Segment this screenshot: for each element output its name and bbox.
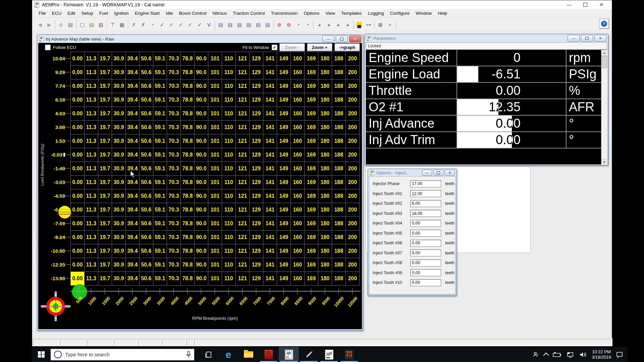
map-cell[interactable]: 180: [318, 244, 332, 258]
map-cell[interactable]: 129: [250, 258, 263, 272]
map-cell[interactable]: 169: [305, 162, 318, 176]
meter-1-icon[interactable]: ◕: [315, 20, 324, 29]
map-cell[interactable]: 0.00: [71, 121, 85, 134]
map-cell[interactable]: 149: [277, 258, 291, 272]
map-cell[interactable]: 180: [318, 134, 332, 148]
map-cell[interactable]: 19.7: [98, 134, 112, 148]
map-cell[interactable]: 141: [263, 258, 277, 272]
map-cell[interactable]: 121: [236, 134, 250, 148]
map-cell[interactable]: 101: [208, 93, 222, 107]
map-cell[interactable]: 169: [305, 217, 318, 231]
map-cell[interactable]: 90.0: [195, 79, 208, 93]
map-cell[interactable]: 70.3: [167, 121, 181, 134]
map-cell[interactable]: 11.3: [85, 203, 98, 217]
map-cell[interactable]: 70.3: [167, 189, 181, 203]
map-cell[interactable]: 78.8: [181, 176, 195, 189]
map-cell[interactable]: 19.7: [98, 121, 112, 134]
map-cell[interactable]: 149: [277, 176, 291, 189]
map-cell[interactable]: 11.3: [85, 176, 98, 189]
map-cell[interactable]: 110: [222, 189, 236, 203]
map-cell[interactable]: 121: [236, 66, 250, 79]
menu-logging[interactable]: Logging: [365, 10, 387, 16]
map-cell[interactable]: 78.8: [181, 134, 195, 148]
minimize-icon[interactable]: —: [566, 2, 573, 8]
map-cell[interactable]: 11.3: [85, 148, 98, 162]
map-cell[interactable]: 11.3: [85, 93, 98, 107]
map-cell[interactable]: 78.8: [181, 258, 195, 272]
map-cell[interactable]: 0.00: [71, 107, 85, 121]
map-cell[interactable]: 110: [222, 244, 236, 258]
map-cell[interactable]: 169: [305, 258, 318, 272]
key-icon[interactable]: ⊶: [364, 20, 373, 29]
map-cell[interactable]: 141: [263, 107, 277, 121]
map-cell[interactable]: 180: [318, 189, 332, 203]
map-cell[interactable]: 169: [305, 203, 318, 217]
map-cell[interactable]: 19.7: [98, 203, 112, 217]
map-cell[interactable]: 59.1: [153, 244, 167, 258]
map-cell[interactable]: 50.6: [140, 217, 153, 231]
map-cell[interactable]: 110: [222, 217, 236, 231]
map-cell[interactable]: 160: [291, 162, 305, 176]
map-cell[interactable]: 110: [222, 272, 236, 286]
map-cell[interactable]: 70.3: [167, 203, 181, 217]
parameters-minimize-icon[interactable]: —: [568, 35, 580, 42]
map-cell[interactable]: 141: [263, 217, 277, 231]
map-cell[interactable]: 0.00: [71, 148, 85, 162]
map-cell[interactable]: 160: [291, 66, 305, 79]
map-cell[interactable]: 121: [236, 272, 250, 286]
pencil-app-button[interactable]: [299, 347, 319, 362]
map-cell[interactable]: 200: [346, 93, 360, 107]
menu-view[interactable]: View: [322, 10, 338, 16]
map-cell[interactable]: 50.6: [140, 203, 153, 217]
map-cell[interactable]: 78.8: [181, 217, 195, 231]
wizard-3-icon[interactable]: ✓: [176, 20, 185, 29]
wizard-5-icon[interactable]: ✓: [195, 20, 204, 29]
map-cell[interactable]: 0.00: [71, 203, 85, 217]
map-cell[interactable]: 59.1: [153, 189, 167, 203]
map-cell[interactable]: 129: [250, 189, 263, 203]
car-icon[interactable]: ▄: [355, 20, 364, 29]
map-cell[interactable]: 141: [263, 203, 277, 217]
map-cell[interactable]: 101: [208, 107, 222, 121]
map-cell[interactable]: 110: [222, 52, 236, 66]
map-cell[interactable]: 188: [332, 93, 346, 107]
map-cell[interactable]: 110: [222, 93, 236, 107]
map-cell[interactable]: 141: [263, 272, 277, 286]
map-cell[interactable]: 129: [250, 217, 263, 231]
map-cell[interactable]: 101: [208, 121, 222, 134]
menu-templates[interactable]: Templates: [338, 10, 365, 16]
back-icon[interactable]: ◀: [36, 20, 44, 29]
map-restore-icon[interactable]: [336, 36, 348, 42]
map-cell[interactable]: 19.7: [98, 258, 112, 272]
map-cell[interactable]: 101: [208, 148, 222, 162]
map-cell[interactable]: 90.0: [195, 258, 208, 272]
map-cell[interactable]: 101: [208, 189, 222, 203]
map-cell[interactable]: 50.6: [140, 189, 153, 203]
map-cell[interactable]: 101: [208, 258, 222, 272]
map-cell[interactable]: 141: [263, 121, 277, 134]
people-icon[interactable]: [533, 351, 539, 358]
map-cell[interactable]: 200: [346, 107, 360, 121]
datalog-icon[interactable]: ≈: [385, 20, 394, 29]
map-cell[interactable]: 188: [332, 231, 346, 244]
map-cell[interactable]: 169: [305, 134, 318, 148]
option-input[interactable]: 0.00: [410, 240, 441, 247]
map-cell[interactable]: 169: [305, 272, 318, 286]
map-cell[interactable]: 188: [332, 52, 346, 66]
map-cell[interactable]: 70.3: [167, 107, 181, 121]
map-cell[interactable]: 129: [250, 66, 263, 79]
fuel-map-icon[interactable]: ▤: [216, 20, 225, 29]
lambda-map-icon[interactable]: ▤: [254, 20, 263, 29]
map-cell[interactable]: 180: [318, 107, 332, 121]
map-cell[interactable]: 110: [222, 79, 236, 93]
parameter-row[interactable]: Inj Adv Trim0.00°: [366, 132, 601, 148]
map-cell[interactable]: 78.8: [181, 107, 195, 121]
map-cell[interactable]: 149: [277, 148, 291, 162]
map-cell[interactable]: 39.4: [126, 217, 140, 231]
map-cell[interactable]: 30.9: [112, 258, 126, 272]
map-cell[interactable]: 59.1: [153, 52, 167, 66]
map-cell[interactable]: 200: [346, 217, 360, 231]
scrollbar-thumb[interactable]: [602, 56, 607, 68]
map-cell[interactable]: 101: [208, 162, 222, 176]
map-cell[interactable]: 188: [332, 244, 346, 258]
